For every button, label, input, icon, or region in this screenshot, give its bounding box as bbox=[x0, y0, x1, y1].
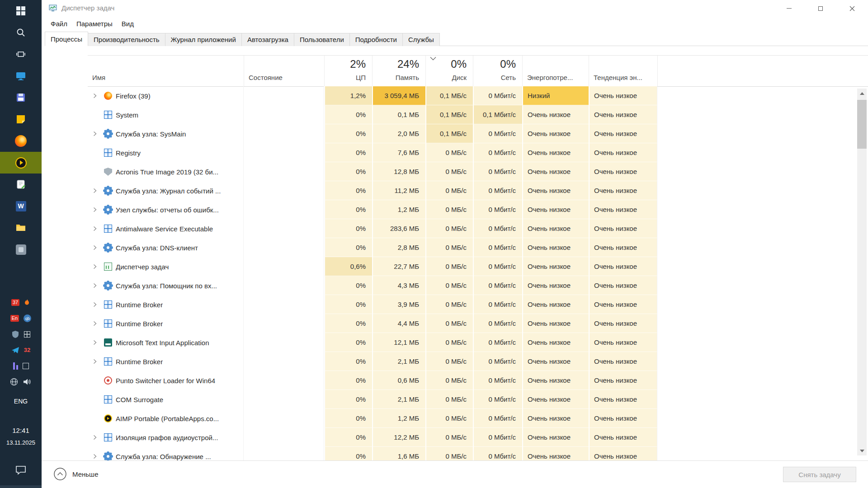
name-cell[interactable]: Узел службы: отчеты об ошибк... bbox=[88, 200, 244, 219]
name-cell[interactable]: Microsoft Text Input Application bbox=[88, 333, 244, 352]
search-button[interactable] bbox=[0, 22, 42, 43]
scrollbar-thumb[interactable] bbox=[857, 100, 867, 149]
minimize-button[interactable] bbox=[773, 0, 805, 17]
table-row[interactable]: Antimalware Service Executable 0% 283,6 … bbox=[88, 219, 868, 238]
column-header-trend[interactable]: Тенденция эн... bbox=[589, 56, 657, 86]
tab-startup[interactable]: Автозагрузка bbox=[241, 33, 294, 46]
tab-users[interactable]: Пользователи bbox=[294, 33, 350, 46]
table-row[interactable]: Punto Switcher Loader for Win64 0% 0,6 М… bbox=[88, 371, 868, 390]
expand-chevron-icon[interactable] bbox=[93, 340, 100, 345]
table-row[interactable]: Служба узла: SysMain 0% 2,0 МБ 0,1 МБ/с … bbox=[88, 124, 868, 143]
expand-chevron-icon[interactable] bbox=[93, 359, 100, 364]
grid-icon[interactable] bbox=[24, 331, 30, 338]
taskbar-app-explorer[interactable] bbox=[0, 217, 42, 239]
start-button[interactable] bbox=[0, 0, 42, 22]
table-row[interactable]: Служба узла: Помощник по вх... 0% 4,3 МБ… bbox=[88, 276, 868, 295]
close-button[interactable] bbox=[836, 0, 868, 17]
taskbar-app-notes[interactable] bbox=[0, 108, 42, 130]
expand-chevron-icon[interactable] bbox=[93, 226, 100, 231]
punto-language-badge[interactable]: En bbox=[10, 315, 19, 322]
expand-chevron-icon[interactable] bbox=[93, 93, 100, 99]
table-row[interactable]: Изоляция графов аудиоустрой... 0% 12,2 М… bbox=[88, 428, 868, 447]
name-cell[interactable]: Служба узла: SysMain bbox=[88, 124, 244, 143]
tab-details[interactable]: Подробности bbox=[349, 33, 403, 46]
name-cell[interactable]: Firefox (39) bbox=[88, 86, 244, 105]
taskbar-app-backup[interactable] bbox=[0, 87, 42, 108]
qbittorrent-icon[interactable]: qb bbox=[24, 314, 31, 322]
column-header-power[interactable]: Энергопотре... bbox=[522, 56, 589, 86]
expand-chevron-icon[interactable] bbox=[93, 264, 100, 269]
telegram-icon[interactable] bbox=[11, 347, 19, 354]
table-row[interactable]: COM Surrogate 0% 2,1 МБ 0 МБ/с 0 Мбит/с … bbox=[88, 390, 868, 409]
name-cell[interactable]: Runtime Broker bbox=[88, 314, 244, 333]
column-header-memory[interactable]: 24% Память bbox=[372, 56, 425, 86]
name-cell[interactable]: Antimalware Service Executable bbox=[88, 219, 244, 238]
taskbar-app-firefox[interactable] bbox=[0, 130, 42, 152]
column-header-cpu[interactable]: 2% ЦП bbox=[324, 56, 372, 86]
column-header-network[interactable]: 0% Сеть bbox=[473, 56, 522, 86]
expand-chevron-icon[interactable] bbox=[93, 454, 100, 459]
telegram-count-badge[interactable]: 32 bbox=[24, 347, 30, 353]
table-row[interactable]: Firefox (39) 1,2% 3 059,4 МБ 0,1 МБ/с 0 … bbox=[88, 86, 868, 105]
table-row[interactable]: Служба узла: Обнаружение ... 0% 1,6 МБ 0… bbox=[88, 447, 868, 460]
taskbar-app-computer[interactable] bbox=[0, 65, 42, 87]
tab-performance[interactable]: Производительность bbox=[88, 33, 165, 46]
fewer-details-button[interactable]: Меньше bbox=[53, 467, 98, 481]
menu-options[interactable]: Параметры bbox=[72, 18, 117, 29]
table-row[interactable]: AIMP Portable (PortableApps.co... 0% 1,2… bbox=[88, 409, 868, 428]
scroll-up-button[interactable] bbox=[857, 89, 867, 98]
taskbar-app-misc[interactable] bbox=[0, 239, 42, 260]
name-cell[interactable]: Registry bbox=[88, 143, 244, 162]
scroll-down-button[interactable] bbox=[857, 446, 867, 455]
table-row[interactable]: Диспетчер задач 0,6% 22,7 МБ 0 МБ/с 0 Мб… bbox=[88, 257, 868, 276]
name-cell[interactable]: Служба узла: DNS-клиент bbox=[88, 238, 244, 257]
flame-icon[interactable] bbox=[24, 299, 30, 307]
maximize-button[interactable] bbox=[805, 0, 836, 17]
name-cell[interactable]: Runtime Broker bbox=[88, 352, 244, 371]
language-indicator[interactable]: ENG bbox=[0, 398, 42, 405]
expand-chevron-icon[interactable] bbox=[93, 283, 100, 288]
tab-processes[interactable]: Процессы bbox=[45, 32, 88, 46]
name-cell[interactable]: Служба узла: Помощник по вх... bbox=[88, 276, 244, 295]
table-row[interactable]: Registry 0% 7,6 МБ 0 МБ/с 0 Мбит/с Очень… bbox=[88, 143, 868, 162]
clock-time[interactable]: 12:41 bbox=[0, 427, 42, 434]
name-cell[interactable]: Punto Switcher Loader for Win64 bbox=[88, 371, 244, 390]
name-cell[interactable]: AIMP Portable (PortableApps.co... bbox=[88, 409, 244, 428]
name-cell[interactable]: COM Surrogate bbox=[88, 390, 244, 409]
task-view-button[interactable] bbox=[0, 43, 42, 65]
vertical-scrollbar[interactable] bbox=[857, 89, 867, 455]
expand-chevron-icon[interactable] bbox=[93, 188, 100, 193]
network-globe-icon[interactable] bbox=[10, 378, 18, 386]
name-cell[interactable]: Служба узла: Обнаружение ... bbox=[88, 447, 244, 460]
speaker-icon[interactable] bbox=[23, 378, 32, 385]
defender-shield-icon[interactable] bbox=[11, 330, 19, 338]
table-row[interactable]: Узел службы: отчеты об ошибк... 0% 1,2 М… bbox=[88, 200, 868, 219]
column-header-name[interactable]: Имя bbox=[88, 56, 244, 86]
notification-count-badge[interactable]: 37 bbox=[11, 299, 19, 306]
name-cell[interactable]: Диспетчер задач bbox=[88, 257, 244, 276]
table-row[interactable]: Runtime Broker 0% 3,9 МБ 0 МБ/с 0 Мбит/с… bbox=[88, 295, 868, 314]
table-row[interactable]: Runtime Broker 0% 4,4 МБ 0 МБ/с 0 Мбит/с… bbox=[88, 314, 868, 333]
end-task-button[interactable]: Снять задачу bbox=[783, 467, 856, 482]
expand-chevron-icon[interactable] bbox=[93, 435, 100, 440]
tab-services[interactable]: Службы bbox=[402, 33, 440, 46]
table-row[interactable]: Acronis True Image 2019 (32 би... 0% 12,… bbox=[88, 162, 868, 181]
action-center-button[interactable] bbox=[0, 459, 42, 481]
name-cell[interactable]: Acronis True Image 2019 (32 би... bbox=[88, 162, 244, 181]
table-row[interactable]: Служба узла: Журнал событий ... 0% 11,2 … bbox=[88, 181, 868, 200]
show-desktop-strip[interactable] bbox=[0, 485, 42, 488]
clock-date[interactable]: 13.11.2025 bbox=[0, 439, 42, 446]
expand-chevron-icon[interactable] bbox=[93, 207, 100, 212]
expand-chevron-icon[interactable] bbox=[93, 321, 100, 326]
column-header-status[interactable]: Состояние bbox=[244, 56, 324, 86]
table-row[interactable]: System 0% 0,1 МБ 0,1 МБ/с 0,1 Мбит/с Оче… bbox=[88, 105, 868, 124]
name-cell[interactable]: Изоляция графов аудиоустрой... bbox=[88, 428, 244, 447]
taskbar-app-aimp-active[interactable] bbox=[0, 152, 42, 174]
name-cell[interactable]: Runtime Broker bbox=[88, 295, 244, 314]
taskbar-app-word[interactable]: W bbox=[0, 195, 42, 217]
table-row[interactable]: Служба узла: DNS-клиент 0% 2,8 МБ 0 МБ/с… bbox=[88, 238, 868, 257]
name-cell[interactable]: System bbox=[88, 105, 244, 124]
menu-view[interactable]: Вид bbox=[117, 18, 138, 29]
expand-chevron-icon[interactable] bbox=[93, 245, 100, 250]
expand-chevron-icon[interactable] bbox=[93, 302, 100, 307]
